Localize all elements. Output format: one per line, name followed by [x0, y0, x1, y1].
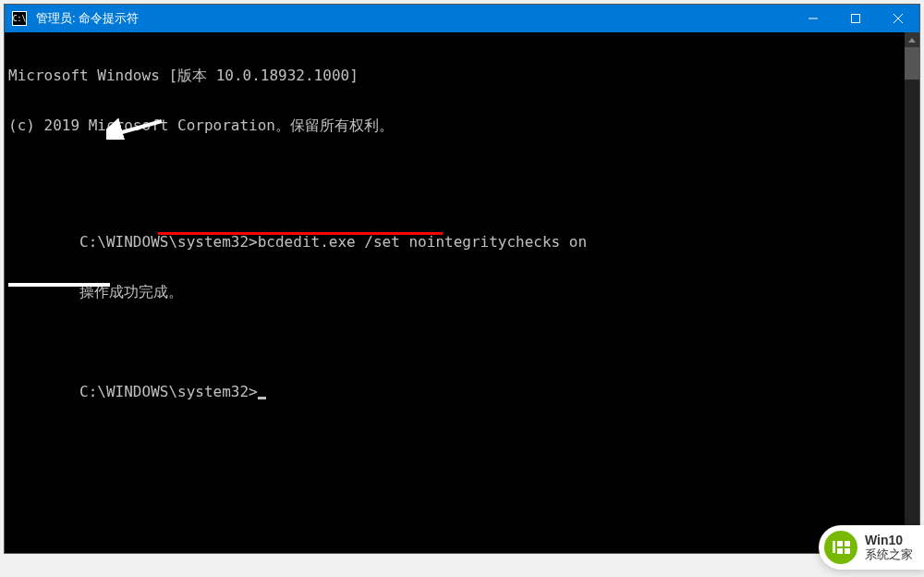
console-text: Microsoft Windows [版本 10.0.18932.1000] (… — [8, 34, 916, 417]
titlebar[interactable]: C:\ 管理员: 命令提示符 — [5, 5, 919, 32]
scrollbar-up-button[interactable] — [905, 32, 919, 47]
svg-rect-8 — [837, 541, 843, 546]
console-line: 操作成功完成。 — [8, 267, 916, 284]
svg-rect-11 — [845, 548, 850, 554]
watermark-logo-text: I — [832, 538, 850, 558]
watermark-line2: 系统之家 — [865, 548, 913, 561]
watermark-text: Win10 系统之家 — [865, 534, 913, 561]
cmd-window: C:\ 管理员: 命令提示符 Microsoft Windows [版本 10.… — [4, 4, 920, 554]
watermark-logo: I — [824, 531, 857, 564]
console-line — [8, 167, 916, 184]
red-underline-annotation — [158, 232, 443, 235]
console-area[interactable]: Microsoft Windows [版本 10.0.18932.1000] (… — [5, 32, 919, 553]
minimize-button[interactable] — [792, 5, 834, 32]
svg-marker-6 — [908, 38, 916, 43]
console-line: C:\WINDOWS\system32> — [8, 367, 916, 384]
cmd-icon-text: C:\ — [13, 15, 26, 23]
watermark-line1: Win10 — [865, 534, 913, 547]
console-line: C:\WINDOWS\system32>bcdedit.exe /set noi… — [8, 217, 916, 234]
chevron-up-icon — [908, 38, 916, 43]
close-button[interactable] — [877, 5, 919, 32]
console-line: (c) 2019 Microsoft Corporation。保留所有权利。 — [8, 117, 916, 134]
version-text: Microsoft Windows [版本 10.0.18932.1000] — [8, 67, 359, 84]
window-title: 管理员: 命令提示符 — [34, 10, 792, 27]
scrollbar-thumb[interactable] — [905, 47, 919, 80]
command-text: bcdedit.exe /set nointegritychecks on — [258, 233, 587, 251]
maximize-button[interactable] — [834, 5, 877, 32]
console-line — [8, 317, 916, 334]
cmd-icon: C:\ — [12, 11, 27, 26]
windows-flag-icon — [837, 541, 850, 554]
svg-rect-1 — [852, 15, 860, 23]
scrollbar[interactable] — [905, 32, 919, 553]
console-line: Microsoft Windows [版本 10.0.18932.1000] — [8, 68, 916, 84]
white-underline-annotation — [8, 283, 110, 287]
close-icon — [894, 14, 903, 23]
minimize-icon — [808, 14, 818, 23]
svg-rect-9 — [845, 541, 850, 546]
prompt-text: C:\WINDOWS\system32> — [79, 233, 258, 251]
maximize-icon — [851, 14, 860, 23]
window-controls — [792, 5, 919, 32]
svg-rect-10 — [837, 548, 843, 554]
copyright-text: (c) 2019 Microsoft Corporation。保留所有权利。 — [8, 117, 394, 134]
prompt-text: C:\WINDOWS\system32> — [79, 383, 258, 400]
cursor — [258, 397, 266, 399]
watermark-badge: I Win10 系统之家 — [819, 525, 924, 570]
